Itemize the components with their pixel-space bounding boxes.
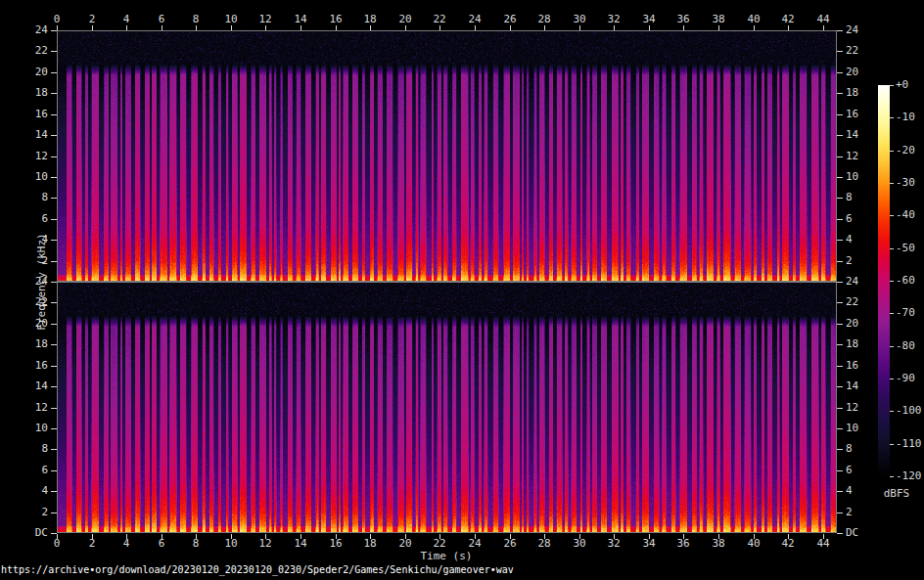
y-tick-left <box>51 344 57 345</box>
x-tick-label-bottom: 42 <box>771 538 805 550</box>
x-tick-label-top: 32 <box>597 14 630 25</box>
x-tick-label-top: 14 <box>284 14 317 25</box>
colorbar-tick-label: -90 <box>896 373 924 384</box>
x-tick-label-bottom: 0 <box>40 538 73 550</box>
x-tick-top <box>614 25 615 30</box>
x-tick-label-bottom: 38 <box>702 538 735 550</box>
y-tick-label-left: 24 <box>0 24 48 36</box>
y-tick-right <box>837 30 843 31</box>
colorbar-tick-label: -10 <box>896 112 924 123</box>
y-tick-right <box>837 491 843 492</box>
colorbar-tick-label: -20 <box>896 145 924 156</box>
footer-file-url: https://archive•org/download/20230120_20… <box>1 564 514 576</box>
colorbar-gradient <box>878 85 890 476</box>
x-tick-top <box>718 25 719 30</box>
x-tick-label-top: 22 <box>423 14 456 25</box>
x-tick-top <box>788 25 789 30</box>
x-tick-label-top: 6 <box>145 14 178 25</box>
x-tick-top <box>196 25 197 30</box>
y-tick-label-right: DC <box>846 527 885 539</box>
y-tick-label-left: 22 <box>0 45 48 57</box>
y-tick-right <box>837 135 843 136</box>
y-tick-right <box>837 240 843 241</box>
y-tick-right <box>837 51 843 52</box>
y-tick-right <box>837 324 843 325</box>
y-tick-label-right: 2 <box>846 507 885 518</box>
x-tick-label-top: 34 <box>632 14 666 25</box>
y-tick-left <box>51 366 57 367</box>
x-tick-top <box>579 25 580 30</box>
y-tick-label-left: 10 <box>0 423 48 434</box>
y-tick-left <box>51 428 57 429</box>
y-tick-left <box>51 324 57 325</box>
y-tick-left <box>51 282 57 283</box>
colorbar-tick <box>890 183 894 184</box>
x-tick-label-top: 42 <box>771 14 805 25</box>
x-tick-top <box>510 25 511 30</box>
y-tick-left <box>51 30 57 31</box>
x-tick-label-bottom: 4 <box>110 538 143 550</box>
x-tick-label-top: 28 <box>528 14 561 25</box>
x-tick-label-bottom: 32 <box>597 538 630 550</box>
y-tick-label-left: 12 <box>0 402 48 414</box>
colorbar-tick <box>890 85 894 86</box>
y-tick-label-left: 10 <box>0 171 48 183</box>
colorbar-tick-label: +0 <box>896 79 924 91</box>
y-tick-label-left: 4 <box>0 485 48 497</box>
y-tick-label-left: 6 <box>0 465 48 476</box>
colorbar-tick <box>890 313 894 314</box>
colorbar-tick-label: -40 <box>896 209 924 221</box>
y-tick-left <box>51 198 57 199</box>
y-tick-label-left: 14 <box>0 380 48 392</box>
y-tick-right <box>837 261 843 262</box>
x-tick-top <box>475 25 476 30</box>
y-tick-right <box>837 366 843 367</box>
y-tick-left <box>51 219 57 220</box>
x-tick-label-bottom: 18 <box>353 538 387 550</box>
y-tick-right <box>837 408 843 409</box>
y-tick-right <box>837 282 843 283</box>
colorbar-tick-label: -120 <box>896 470 924 482</box>
x-tick-top <box>57 25 58 30</box>
colorbar-tick-label: -100 <box>896 405 924 417</box>
x-tick-top <box>544 25 545 30</box>
y-tick-right <box>837 513 843 513</box>
x-tick-top <box>265 25 266 30</box>
y-tick-left <box>51 261 57 262</box>
x-tick-label-bottom: 24 <box>458 538 491 550</box>
x-tick-top <box>336 25 337 30</box>
x-tick-top <box>92 25 93 30</box>
colorbar-tick <box>890 476 894 477</box>
x-tick-top <box>683 25 684 30</box>
y-tick-right <box>837 177 843 178</box>
y-tick-label-right: 20 <box>846 67 885 78</box>
x-tick-label-top: 44 <box>807 14 840 25</box>
x-tick-label-bottom: 2 <box>75 538 109 550</box>
y-tick-label-left: 18 <box>0 87 48 99</box>
y-tick-left <box>51 533 57 534</box>
y-tick-left <box>51 72 57 73</box>
x-tick-label-top: 40 <box>737 14 770 25</box>
x-tick-label-bottom: 14 <box>284 538 317 550</box>
y-tick-label-left: DC <box>0 527 48 539</box>
y-tick-label-left: 16 <box>0 109 48 120</box>
y-tick-label-right: 24 <box>846 24 885 36</box>
colorbar-tick <box>890 117 894 118</box>
x-tick-top <box>370 25 371 30</box>
y-tick-left <box>51 449 57 450</box>
y-tick-right <box>837 156 843 157</box>
x-tick-label-bottom: 26 <box>493 538 527 550</box>
y-tick-left <box>51 93 57 94</box>
x-tick-label-top: 2 <box>75 14 109 25</box>
spectrogram-channel-2-canvas <box>57 282 837 533</box>
colorbar-tick-label: -30 <box>896 177 924 189</box>
x-tick-label-top: 38 <box>702 14 735 25</box>
x-tick-label-top: 20 <box>389 14 422 25</box>
x-tick-label-bottom: 30 <box>563 538 596 550</box>
x-tick-label-bottom: 34 <box>632 538 666 550</box>
y-tick-right <box>837 428 843 429</box>
x-tick-label-bottom: 8 <box>179 538 212 550</box>
y-tick-left <box>51 177 57 178</box>
x-tick-top <box>649 25 650 30</box>
y-tick-right <box>837 449 843 450</box>
